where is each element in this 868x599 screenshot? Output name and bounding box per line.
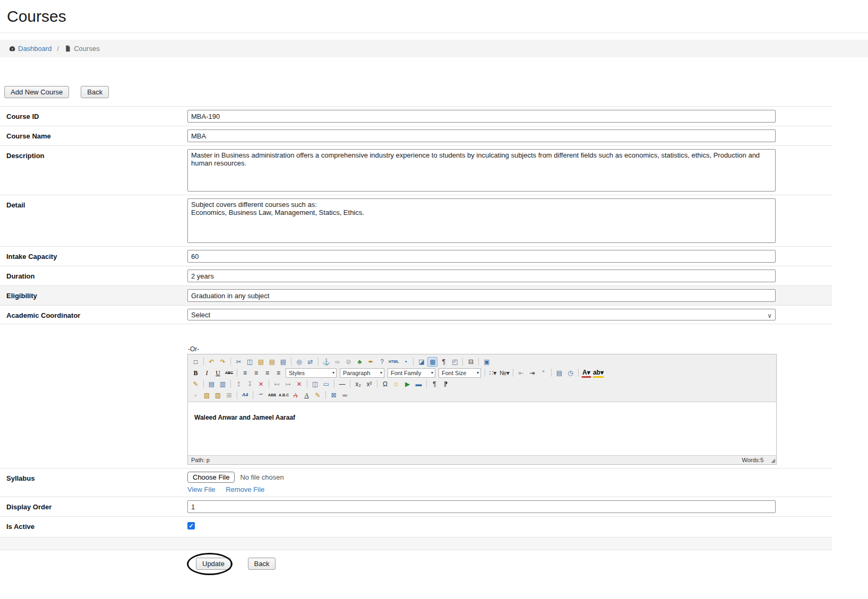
cite-icon[interactable]: “” xyxy=(256,390,266,400)
edit-attributes-icon[interactable]: ✎ xyxy=(313,390,323,400)
insert-col-after-icon[interactable]: ↦ xyxy=(283,379,293,389)
paste-from-word-icon[interactable]: ▤ xyxy=(278,357,288,367)
breadcrumb-dashboard-link[interactable]: Dashboard xyxy=(18,45,52,53)
academic-coordinator-label: Academic Coordinator xyxy=(0,309,187,320)
absolute-position-icon[interactable]: ⊞ xyxy=(224,390,234,400)
font-size-select[interactable]: Font Size▾ xyxy=(439,368,481,378)
split-cells-icon[interactable]: ◫ xyxy=(310,379,320,389)
paragraph-select[interactable]: Paragraph▾ xyxy=(340,368,384,378)
editor-content[interactable]: Waleed Anwar and Jameel Aaraaf xyxy=(188,402,776,455)
anchor-icon[interactable]: ⚓ xyxy=(321,357,331,367)
insert-date-icon[interactable]: ▤ xyxy=(554,368,564,378)
detail-textarea[interactable]: Subject covers different courses such as… xyxy=(187,198,776,243)
back-button-bottom[interactable]: Back xyxy=(248,558,276,570)
course-id-input[interactable] xyxy=(187,110,776,123)
insert-col-before-icon[interactable]: ↤ xyxy=(272,379,282,389)
breadcrumb-separator: / xyxy=(57,45,59,53)
superscript-icon[interactable]: x² xyxy=(364,379,374,389)
align-right-icon[interactable]: ≡ xyxy=(262,368,272,378)
cut-icon[interactable]: ✂ xyxy=(234,357,244,367)
resize-grip-icon[interactable]: ◢ xyxy=(771,457,775,463)
align-left-icon[interactable]: ≡ xyxy=(240,368,250,378)
table-row-props-icon[interactable]: ▤ xyxy=(207,379,217,389)
find-icon[interactable]: ◎ xyxy=(294,357,304,367)
numbered-list-icon[interactable]: №▾ xyxy=(499,368,510,378)
merge-cells-icon[interactable]: ▭ xyxy=(321,379,331,389)
insert-layer-icon[interactable]: ▫ xyxy=(191,390,201,400)
move-backward-icon[interactable]: ▧ xyxy=(213,390,223,400)
fullscreen-icon[interactable]: ▣ xyxy=(482,357,492,367)
bullet-list-icon[interactable]: ∷▾ xyxy=(488,368,498,378)
print-icon[interactable]: ⊟ xyxy=(466,357,476,367)
intake-capacity-input[interactable] xyxy=(187,250,776,263)
advanced-hr-icon[interactable]: ▬ xyxy=(414,379,424,389)
nonbreaking-icon[interactable]: ⊠ xyxy=(329,390,339,400)
insert-row-before-icon[interactable]: ↥ xyxy=(234,379,244,389)
display-order-input[interactable] xyxy=(187,500,776,513)
html-source-icon[interactable]: HTML xyxy=(388,357,399,367)
new-document-icon[interactable]: □ xyxy=(191,357,201,367)
blockquote-icon[interactable]: “ xyxy=(538,368,548,378)
font-family-select[interactable]: Font Family▾ xyxy=(388,368,435,378)
unlink-icon[interactable]: ⊘ xyxy=(343,357,354,367)
paste-as-text-icon[interactable]: ▤ xyxy=(267,357,277,367)
insert-time-icon[interactable]: ◷ xyxy=(565,368,575,378)
remove-file-link[interactable]: Remove File xyxy=(226,485,264,493)
media-icon[interactable]: ▶ xyxy=(402,379,412,389)
academic-coordinator-select[interactable]: Select xyxy=(187,309,776,320)
link-icon[interactable]: ∞ xyxy=(332,357,342,367)
page-preview-icon[interactable]: ◰ xyxy=(450,357,460,367)
outdent-icon[interactable]: ⇤ xyxy=(516,368,526,378)
remove-format-icon[interactable]: ◪ xyxy=(416,357,426,367)
eligibility-input[interactable] xyxy=(187,289,776,302)
ins-icon[interactable]: A xyxy=(302,390,312,400)
bold-icon[interactable]: B xyxy=(191,368,201,378)
copy-icon[interactable]: ◫ xyxy=(245,357,255,367)
subscript-icon[interactable]: x₂ xyxy=(353,379,363,389)
backcolor-icon[interactable]: ab▾ xyxy=(592,368,604,378)
insert-image-icon[interactable]: ♣ xyxy=(355,357,365,367)
table-edit-icon[interactable]: ✎ xyxy=(191,379,201,389)
update-button[interactable]: Update xyxy=(196,558,231,570)
find-replace-icon[interactable]: ⇄ xyxy=(305,357,315,367)
choose-file-button[interactable]: Choose File xyxy=(187,472,235,483)
insert-row-after-icon[interactable]: ↧ xyxy=(245,379,255,389)
help-icon[interactable]: ? xyxy=(377,357,387,367)
description-textarea[interactable]: Master in Business administration offers… xyxy=(187,149,776,192)
view-file-link[interactable]: View File xyxy=(187,485,216,493)
add-new-course-button[interactable]: Add New Course xyxy=(4,86,69,98)
align-justify-icon[interactable]: ≡ xyxy=(273,368,283,378)
move-forward-icon[interactable]: ▨ xyxy=(202,390,212,400)
align-center-icon[interactable]: ≡ xyxy=(251,368,261,378)
horizontal-rule-icon[interactable]: — xyxy=(337,379,347,389)
back-button-top[interactable]: Back xyxy=(81,86,109,98)
visual-aid-icon[interactable]: ▦ xyxy=(427,357,437,367)
is-active-checkbox[interactable] xyxy=(187,522,195,529)
cleanup-icon[interactable]: ✒ xyxy=(366,357,376,367)
course-name-input[interactable] xyxy=(187,129,776,142)
delete-col-icon[interactable]: ✕ xyxy=(294,379,304,389)
strikethrough-icon[interactable]: ABC xyxy=(224,368,234,378)
indent-icon[interactable]: ⇥ xyxy=(527,368,537,378)
underline-icon[interactable]: U xyxy=(213,368,223,378)
del-icon[interactable]: A xyxy=(290,390,300,400)
styles-select[interactable]: Styles▾ xyxy=(286,368,337,378)
abbreviation-icon[interactable]: ABB xyxy=(267,390,277,400)
duration-input[interactable] xyxy=(187,270,776,282)
delete-row-icon[interactable]: ✕ xyxy=(256,379,266,389)
show-blocks-icon[interactable]: ¶ xyxy=(439,357,449,367)
acronym-icon[interactable]: A.B.C xyxy=(278,390,289,400)
charmap-icon[interactable]: Ω xyxy=(380,379,390,389)
page-break-icon[interactable]: ═ xyxy=(340,390,350,400)
emoticons-icon[interactable]: ☺ xyxy=(391,379,401,389)
undo-icon[interactable]: ↶ xyxy=(207,357,217,367)
table-cell-props-icon[interactable]: ▥ xyxy=(218,379,228,389)
rtl-icon[interactable]: ⁋ xyxy=(441,379,451,389)
italic-icon[interactable]: I xyxy=(202,368,212,378)
paste-icon[interactable]: ▤ xyxy=(256,357,266,367)
forecolor-icon[interactable]: A▾ xyxy=(581,368,591,378)
redo-icon[interactable]: ↷ xyxy=(218,357,228,367)
ltr-icon[interactable]: ¶ xyxy=(429,379,440,389)
style-props-icon[interactable]: A4 xyxy=(240,390,250,400)
preview-icon[interactable]: ◔ xyxy=(400,357,410,367)
